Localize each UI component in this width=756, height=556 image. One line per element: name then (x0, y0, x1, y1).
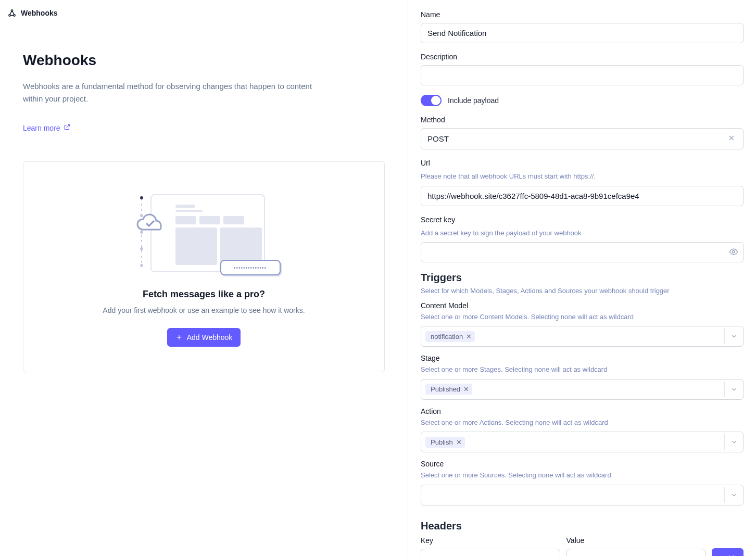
tag-remove-icon[interactable]: ✕ (463, 386, 469, 393)
stage-tag: Published ✕ (425, 384, 472, 395)
stage-select[interactable]: Published ✕ (421, 379, 744, 400)
svg-point-1 (14, 15, 15, 16)
webhooks-icon (7, 8, 17, 18)
content-model-label: Content Model (421, 301, 744, 310)
empty-state-card: •••••••••••••• Fetch messages like a pro… (23, 161, 385, 372)
tag-remove-icon[interactable]: ✕ (456, 439, 462, 446)
header-value-input[interactable] (566, 549, 706, 557)
plus-icon (175, 334, 183, 341)
stage-hint: Select one or more Stages. Selecting non… (421, 364, 744, 375)
stage-label: Stage (421, 354, 744, 362)
method-select[interactable]: POST (421, 128, 744, 149)
content-model-select[interactable]: notification ✕ (421, 326, 744, 347)
description-input[interactable] (421, 65, 744, 85)
action-hint: Select one or more Actions. Selecting no… (421, 418, 744, 428)
triggers-hint: Select for which Models, Stages, Actions… (421, 286, 744, 296)
name-label: Name (421, 10, 744, 19)
header-value-label: Value (566, 536, 706, 545)
headers-title: Headers (421, 520, 744, 532)
action-tag: Publish ✕ (425, 437, 465, 448)
header-add-button[interactable]: Add (712, 548, 744, 557)
page-title: Webhooks (23, 52, 385, 69)
content-model-tag: notification ✕ (425, 331, 475, 342)
header-key-input[interactable] (421, 549, 560, 557)
method-clear-button[interactable] (725, 132, 738, 146)
description-label: Description (421, 53, 744, 61)
source-label: Source (421, 460, 744, 468)
triggers-title: Triggers (421, 272, 744, 284)
url-hint: Please note that all webhook URLs must s… (421, 171, 744, 182)
learn-more-link[interactable]: Learn more (23, 123, 71, 132)
password-box-icon: •••••••••••••• (220, 260, 281, 275)
content-model-hint: Select one or more Content Models. Selec… (421, 312, 744, 322)
chevron-down-icon[interactable] (724, 434, 743, 450)
secret-input[interactable] (421, 242, 744, 262)
source-select[interactable] (421, 485, 744, 506)
include-payload-label: Include payload (448, 96, 499, 105)
breadcrumb: Webhooks (7, 7, 385, 18)
chevron-down-icon[interactable] (724, 328, 743, 344)
include-payload-toggle[interactable] (421, 95, 442, 106)
external-link-icon (64, 123, 71, 132)
add-webhook-button[interactable]: Add Webhook (167, 328, 241, 347)
empty-state-illustration: •••••••••••••• (134, 191, 274, 274)
svg-point-0 (9, 15, 10, 16)
close-icon (727, 134, 736, 144)
empty-state-subtitle: Add your first webhook or use an example… (34, 306, 374, 314)
chevron-down-icon[interactable] (724, 487, 743, 503)
eye-icon[interactable] (729, 247, 738, 258)
source-hint: Select one or more Sources. Selecting no… (421, 470, 744, 481)
action-label: Action (421, 407, 744, 415)
method-label: Method (421, 116, 744, 124)
breadcrumb-label: Webhooks (21, 9, 58, 17)
svg-point-3 (733, 250, 735, 253)
name-input[interactable] (421, 23, 744, 43)
tag-remove-icon[interactable]: ✕ (466, 333, 472, 340)
action-select[interactable]: Publish ✕ (421, 432, 744, 452)
learn-more-label: Learn more (23, 124, 60, 132)
cloud-check-icon (134, 212, 167, 235)
method-value: POST (427, 134, 449, 143)
secret-label: Secret key (421, 216, 744, 224)
page-description: Webhooks are a fundamental method for ob… (23, 80, 333, 105)
header-key-label: Key (421, 536, 560, 545)
add-webhook-label: Add Webhook (187, 333, 233, 342)
secret-hint: Add a secret key to sign the payload of … (421, 228, 744, 238)
url-label: Url (421, 159, 744, 167)
chevron-down-icon[interactable] (724, 382, 743, 397)
empty-state-title: Fetch messages like a pro? (34, 289, 374, 300)
url-input[interactable] (421, 186, 744, 206)
